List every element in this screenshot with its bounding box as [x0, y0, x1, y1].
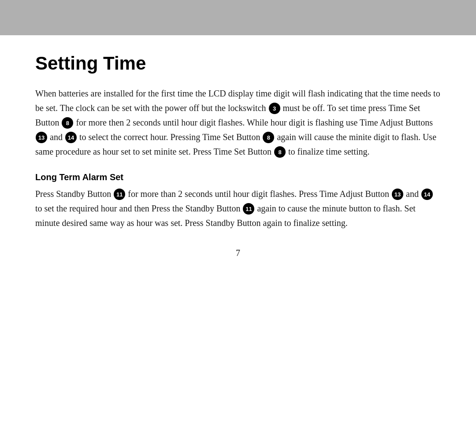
- setting-time-paragraph: When batteries are installed for the fir…: [35, 86, 441, 159]
- long-term-alarm-section: Long Term Alarm Set Press Standby Button…: [35, 172, 441, 230]
- para1-text-d: and: [48, 132, 65, 142]
- para1-text-c: for more then 2 seconds until hour digit…: [74, 118, 433, 127]
- page-title: Setting Time: [35, 53, 441, 74]
- badge-8c: 8: [274, 146, 286, 158]
- long-term-alarm-paragraph: Press Standby Button 11 for more than 2 …: [35, 187, 441, 230]
- badge-8b: 8: [263, 132, 274, 143]
- page-number: 7: [35, 248, 441, 258]
- badge-14a: 14: [65, 132, 77, 143]
- badge-14b: 14: [421, 189, 433, 200]
- page-content: Setting Time When batteries are installe…: [0, 35, 476, 276]
- badge-13a: 13: [36, 132, 47, 143]
- top-banner: [0, 0, 476, 35]
- badge-11b: 11: [243, 203, 254, 215]
- para1-text-e: to select the correct hour. Pressing Tim…: [77, 132, 263, 142]
- badge-3: 3: [269, 103, 280, 114]
- section-heading: Long Term Alarm Set: [35, 172, 441, 182]
- badge-11a: 11: [114, 189, 125, 200]
- para1-text-g: to finalize time setting.: [286, 147, 369, 156]
- para2-text-a: Press Standby Button: [35, 189, 113, 199]
- para2-text-c: and: [404, 189, 421, 199]
- para2-text-b: for more than 2 seconds until hour digit…: [126, 189, 391, 199]
- para2-text-d: to set the required hour and then Press …: [35, 204, 242, 213]
- badge-8a: 8: [62, 117, 73, 129]
- badge-13b: 13: [392, 189, 403, 200]
